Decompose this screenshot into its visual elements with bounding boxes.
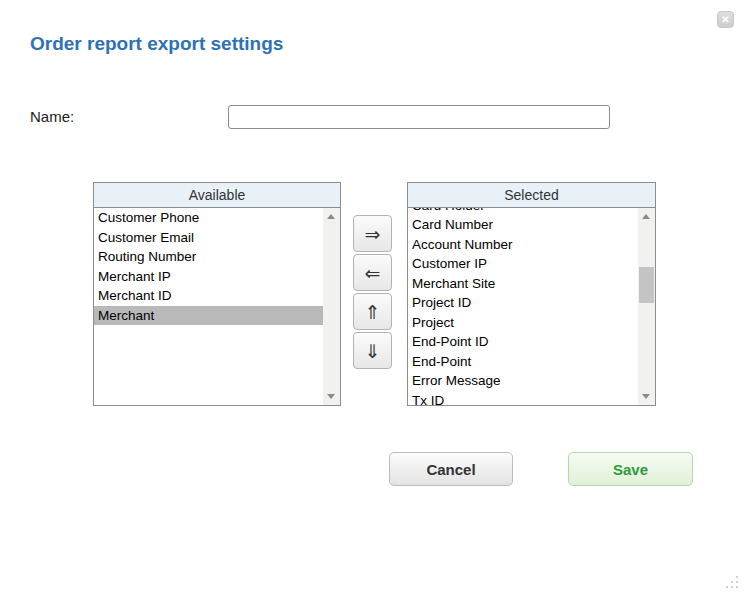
- scroll-up-icon[interactable]: [323, 208, 340, 224]
- scroll-down-icon[interactable]: [638, 389, 655, 405]
- list-item[interactable]: Customer Phone: [94, 208, 323, 228]
- name-label: Name:: [30, 108, 74, 125]
- list-item[interactable]: Project ID: [408, 293, 638, 313]
- name-input[interactable]: [228, 105, 610, 129]
- list-item[interactable]: Routing Number: [94, 247, 323, 267]
- list-item[interactable]: Customer IP: [408, 254, 638, 274]
- page-title: Order report export settings: [30, 33, 283, 55]
- list-item[interactable]: Merchant Site: [408, 274, 638, 294]
- list-item[interactable]: Customer Email: [94, 228, 323, 248]
- move-up-button[interactable]: ⇑: [353, 293, 392, 330]
- order-report-export-dialog: ✕ Order report export settings Name: Ava…: [0, 0, 748, 598]
- list-item[interactable]: Merchant IP: [94, 267, 323, 287]
- selected-listbox: Selected Card HolderCard NumberAccount N…: [407, 182, 656, 406]
- selected-header: Selected: [408, 183, 655, 208]
- list-item[interactable]: Card Holder: [408, 208, 638, 215]
- save-button[interactable]: Save: [568, 452, 693, 486]
- list-item[interactable]: End-Point ID: [408, 332, 638, 352]
- scrollbar-thumb[interactable]: [639, 267, 654, 303]
- list-item[interactable]: Merchant: [94, 306, 323, 326]
- vertical-scrollbar[interactable]: [638, 208, 655, 405]
- available-list[interactable]: Customer PhoneCustomer EmailRouting Numb…: [94, 208, 340, 405]
- list-item[interactable]: Merchant ID: [94, 286, 323, 306]
- list-item[interactable]: Error Message: [408, 371, 638, 391]
- vertical-scrollbar[interactable]: [323, 208, 340, 405]
- resize-grip-icon[interactable]: [736, 586, 738, 588]
- list-item[interactable]: Tx ID: [408, 391, 638, 406]
- close-icon[interactable]: ✕: [717, 11, 734, 28]
- transfer-buttons: ⇒ ⇐ ⇑ ⇓: [353, 215, 392, 369]
- move-down-button[interactable]: ⇓: [353, 332, 392, 369]
- list-item[interactable]: End-Point: [408, 352, 638, 372]
- list-item[interactable]: Account Number: [408, 235, 638, 255]
- scroll-down-icon[interactable]: [323, 389, 340, 405]
- cancel-button[interactable]: Cancel: [389, 452, 513, 486]
- list-item[interactable]: Card Number: [408, 215, 638, 235]
- move-right-button[interactable]: ⇒: [353, 215, 392, 252]
- selected-list[interactable]: Card HolderCard NumberAccount NumberCust…: [408, 208, 655, 405]
- move-left-button[interactable]: ⇐: [353, 254, 392, 291]
- available-header: Available: [94, 183, 340, 208]
- available-listbox: Available Customer PhoneCustomer EmailRo…: [93, 182, 341, 406]
- list-item[interactable]: Project: [408, 313, 638, 333]
- scroll-up-icon[interactable]: [638, 208, 655, 224]
